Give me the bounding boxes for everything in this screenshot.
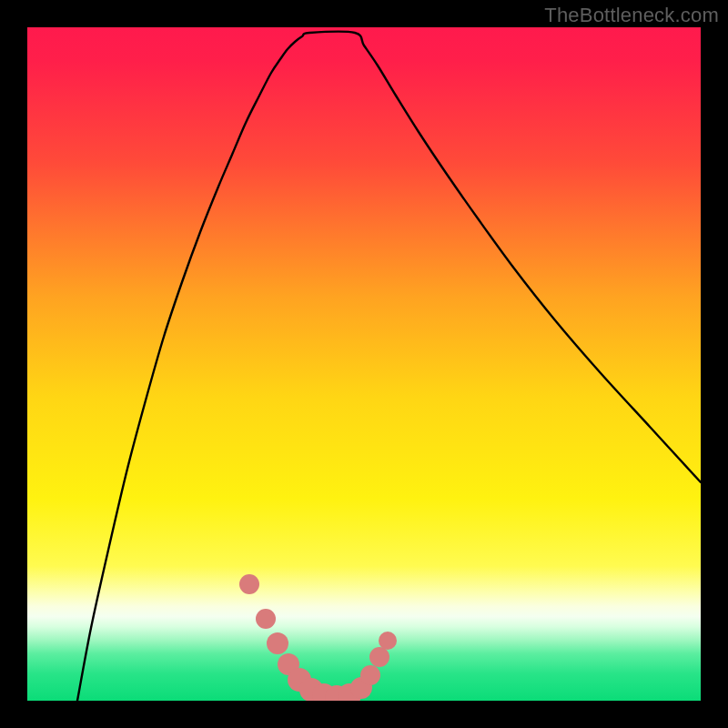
- sausage-marker: [267, 632, 288, 654]
- plot-area: [27, 27, 701, 701]
- gradient-background: [27, 27, 701, 701]
- chart-frame: TheBottleneck.com: [0, 0, 728, 728]
- sausage-marker: [256, 609, 276, 629]
- sausage-marker: [239, 574, 259, 594]
- sausage-marker: [369, 647, 389, 667]
- watermark-text: TheBottleneck.com: [544, 4, 719, 27]
- chart-svg: [27, 27, 701, 701]
- sausage-marker: [360, 665, 380, 685]
- sausage-marker: [379, 632, 397, 650]
